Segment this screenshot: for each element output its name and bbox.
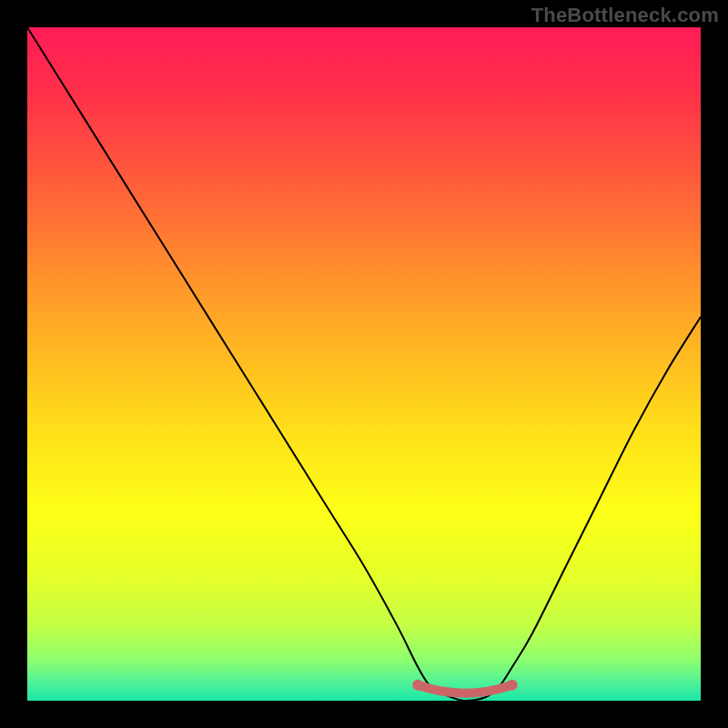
- gradient-rect: [27, 27, 701, 701]
- chart-canvas: TheBottleneck.com: [0, 0, 728, 728]
- gradient-svg: [27, 27, 701, 701]
- watermark-text: TheBottleneck.com: [531, 4, 719, 27]
- plot-area: [27, 27, 701, 701]
- optimal-zone-cap-left: [412, 680, 423, 691]
- optimal-zone-cap-right: [507, 680, 518, 691]
